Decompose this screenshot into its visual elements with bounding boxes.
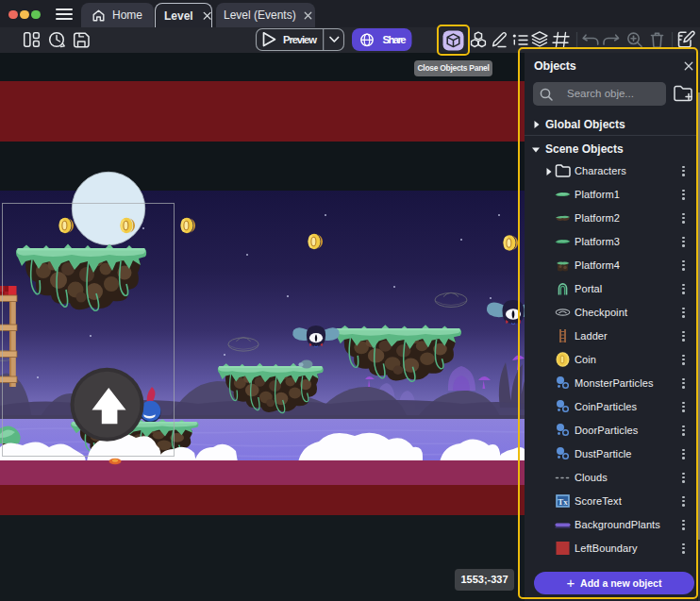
- svg-text:Share: Share: [383, 34, 407, 45]
- svg-text:Preview: Preview: [283, 34, 317, 45]
- svg-text:Tx: Tx: [558, 497, 568, 507]
